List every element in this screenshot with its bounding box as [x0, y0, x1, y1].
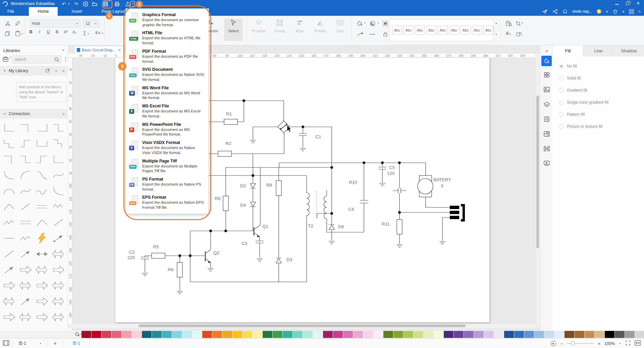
zoom-out-button[interactable]: −: [560, 341, 563, 346]
minimize-button[interactable]: [615, 4, 619, 5]
group-button[interactable]: Group: [270, 19, 289, 41]
export-menu-item[interactable]: TIFFMultiple Page TiffExport the documen…: [126, 157, 209, 175]
color-swatch[interactable]: [383, 331, 393, 338]
fill-option[interactable]: No fill: [559, 64, 644, 68]
collapse-triangle-icon[interactable]: ▼: [3, 69, 6, 72]
library-drawer-icon[interactable]: ▼: [3, 56, 11, 63]
connector-shape[interactable]: [34, 214, 50, 230]
add-library-icon[interactable]: +: [55, 68, 58, 73]
connector-shape[interactable]: [17, 246, 34, 262]
layers-panel-icon[interactable]: [543, 100, 551, 108]
close-document-icon[interactable]: ✕: [118, 48, 121, 52]
color-swatch[interactable]: [222, 331, 232, 338]
horizontal-scroll-thumb[interactable]: [139, 325, 466, 327]
color-swatch[interactable]: [212, 331, 222, 338]
presentation-play-icon[interactable]: ▶: [551, 341, 556, 346]
connector-shape[interactable]: [50, 199, 66, 214]
connector-shape[interactable]: [50, 214, 66, 230]
color-swatch[interactable]: [313, 331, 323, 338]
connector-shape[interactable]: [50, 136, 66, 151]
connector-shape[interactable]: [1, 199, 17, 214]
components-icon[interactable]: [543, 71, 551, 79]
export-menu-item[interactable]: VVisio VSDX FormatExport the document as…: [126, 139, 209, 157]
undo-button[interactable]: ↶: [60, 1, 67, 7]
style-sample[interactable]: Abc: [461, 26, 471, 35]
fill-dropdown-icon[interactable]: ▼: [364, 22, 366, 24]
color-swatch[interactable]: [474, 331, 484, 338]
connector-shape[interactable]: [1, 183, 17, 199]
font-family-select[interactable]: Arial▼: [30, 19, 80, 28]
page-tab-active[interactable]: 页-1: [66, 341, 86, 346]
connector-shape[interactable]: [50, 151, 66, 167]
connector-shape[interactable]: [34, 293, 50, 309]
color-swatch[interactable]: [585, 331, 594, 338]
close-connectors-icon[interactable]: ×: [62, 111, 65, 116]
cut-icon[interactable]: [4, 20, 11, 27]
horizontal-scrollbar[interactable]: [68, 324, 535, 328]
vertical-scrollbar[interactable]: [536, 54, 540, 327]
theme-dropdown-icon[interactable]: ▾: [623, 10, 624, 13]
connector-shape[interactable]: [34, 136, 50, 151]
fill-option[interactable]: Solid fill: [559, 76, 644, 81]
connector-shape[interactable]: [50, 278, 66, 293]
theme-shirt-icon[interactable]: [612, 9, 618, 14]
connector-shape[interactable]: [34, 151, 50, 167]
format-painter-icon[interactable]: [14, 20, 21, 27]
color-swatch[interactable]: [373, 331, 383, 338]
radio-icon[interactable]: [559, 112, 564, 117]
tab-file[interactable]: File: [2, 8, 19, 16]
color-swatch[interactable]: [182, 331, 192, 338]
color-swatch[interactable]: [615, 331, 625, 338]
zoom-slider-thumb[interactable]: [571, 341, 575, 345]
color-swatch[interactable]: [504, 331, 514, 338]
tab-home[interactable]: Home: [29, 7, 57, 16]
copy-icon[interactable]: [4, 30, 11, 37]
lock-button[interactable]: [382, 31, 389, 38]
export-menu-item[interactable]: PSPS FormatExport the document as Native…: [126, 175, 209, 193]
color-swatch[interactable]: [363, 331, 373, 338]
send-icon[interactable]: [542, 9, 548, 14]
style-sample[interactable]: Abc: [415, 26, 425, 35]
connector-shape[interactable]: [50, 183, 66, 199]
redo-button[interactable]: ↷: [73, 1, 79, 7]
color-swatch[interactable]: [192, 331, 202, 338]
style-sample[interactable]: Abc: [404, 26, 414, 35]
style-sample[interactable]: Abc: [392, 26, 402, 35]
vertical-scroll-thumb[interactable]: [536, 96, 539, 248]
notes-panel-icon[interactable]: [543, 115, 551, 123]
color-swatch[interactable]: [243, 331, 252, 338]
format-strikethrough-button[interactable]: S: [54, 30, 60, 34]
search-icon[interactable]: [54, 57, 59, 63]
color-swatch[interactable]: [514, 331, 524, 338]
export-menu-item[interactable]: PMS PowerPoint FileExport the document a…: [126, 120, 209, 139]
fit-width-icon[interactable]: [635, 340, 641, 347]
zoom-slider[interactable]: [567, 343, 594, 344]
import-library-icon[interactable]: [46, 68, 50, 73]
color-swatch[interactable]: [575, 331, 584, 338]
dash-style-button[interactable]: [369, 31, 376, 38]
connector-shape[interactable]: [17, 120, 34, 136]
color-swatch[interactable]: [122, 331, 131, 338]
connector-shape[interactable]: [34, 230, 50, 246]
collapse-triangle-icon[interactable]: ▼: [3, 112, 6, 115]
gallery-scroll-up-icon[interactable]: ▲: [495, 22, 497, 24]
color-swatch[interactable]: [152, 331, 162, 338]
connector-shape[interactable]: [50, 167, 66, 183]
shape-dropdown-icon[interactable]: ▼: [377, 22, 379, 24]
format-superscript-button[interactable]: x²: [63, 30, 68, 34]
library-scroll-arrows[interactable]: ▲▼: [64, 56, 67, 62]
color-swatch[interactable]: [303, 331, 313, 338]
format-italic-button[interactable]: I: [37, 30, 42, 34]
connector-shape[interactable]: [1, 167, 17, 183]
paste-dropdown-icon[interactable]: ▼: [21, 33, 23, 35]
fill-option[interactable]: Picture or texture fill: [559, 124, 644, 129]
color-swatch[interactable]: [202, 331, 212, 338]
line-style-button[interactable]: [356, 31, 364, 38]
color-swatch[interactable]: [162, 331, 172, 338]
position-button[interactable]: Position: [250, 19, 268, 41]
expand-panel-icon[interactable]: »: [543, 47, 551, 55]
zoom-in-button[interactable]: +: [598, 341, 600, 346]
shape-fill-button[interactable]: [369, 20, 376, 27]
connector-shape[interactable]: [34, 183, 50, 199]
color-swatch[interactable]: [464, 331, 474, 338]
